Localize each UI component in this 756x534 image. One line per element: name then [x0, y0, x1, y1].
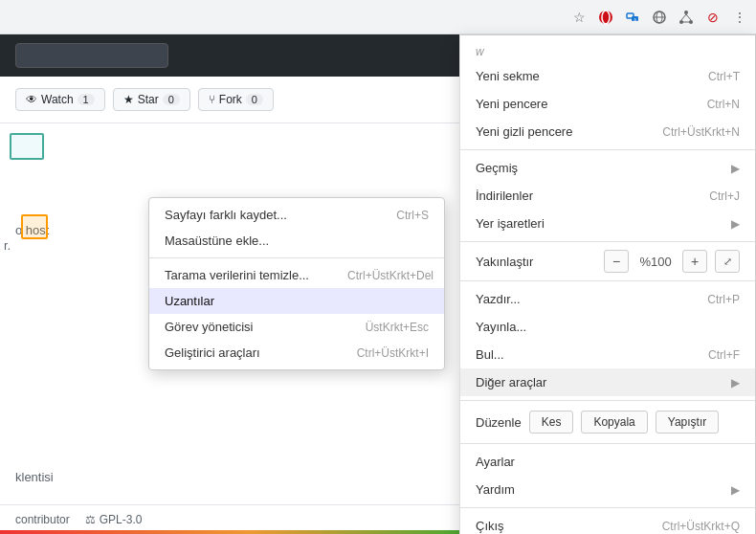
context-extensions-label: Uzantılar	[165, 294, 214, 308]
context-menu-item-extensions[interactable]: Uzantılar	[149, 288, 444, 314]
menu-item-help[interactable]: Yardım ▶	[460, 476, 755, 503]
bookmarks-arrow: ▶	[731, 217, 740, 231]
menu-item-find[interactable]: Bul... Ctrl+F	[460, 341, 755, 368]
help-label: Yardım	[476, 482, 515, 497]
balance-icon: ⚖	[85, 513, 96, 526]
context-menu-item-save[interactable]: Sayfayı farklı kaydet... Ctrl+S	[149, 202, 444, 228]
menu-item-cast[interactable]: Yayınla...	[460, 313, 755, 341]
main-menu-sep-3	[460, 280, 755, 281]
new-incognito-shortcut: Ctrl+ÜstKrkt+N	[662, 125, 740, 139]
zoom-out-button[interactable]: −	[604, 250, 629, 273]
eye-icon: 👁	[26, 93, 37, 106]
gpl-badge: ⚖ GPL-3.0	[85, 513, 143, 526]
main-menu: w Yeni sekme Ctrl+T Yeni pencere Ctrl+N …	[459, 34, 756, 534]
downloads-shortcut: Ctrl+J	[709, 189, 740, 203]
print-label: Yazdır...	[476, 292, 521, 306]
menu-item-bookmarks[interactable]: Yer işaretleri ▶	[460, 210, 755, 237]
help-arrow: ▶	[731, 483, 740, 497]
context-save-shortcut: Ctrl+S	[396, 209, 429, 222]
forbidden-icon[interactable]: ⊘	[704, 9, 722, 26]
main-menu-sep-6	[460, 507, 755, 508]
star-count: 0	[163, 94, 180, 105]
menu-item-exit[interactable]: Çıkış Ctrl+ÜstKrkt+Q	[460, 512, 755, 534]
cast-label: Yayınla...	[476, 320, 526, 334]
menu-item-new-incognito[interactable]: Yeni gizli pencere Ctrl+ÜstKrkt+N	[460, 118, 755, 145]
fork-button[interactable]: ⑂ Fork 0	[198, 88, 274, 111]
context-taskmanager-shortcut: ÜstKrkt+Esc	[366, 321, 429, 334]
new-tab-label: Yeni sekme	[476, 69, 540, 83]
svg-point-0	[599, 11, 612, 24]
context-save-label: Sayfayı farklı kaydet...	[165, 208, 287, 222]
cut-button[interactable]: Kes	[529, 411, 574, 434]
main-menu-sep-2	[460, 241, 755, 242]
menu-item-more-tools[interactable]: Diğer araçlar ▶	[460, 368, 755, 396]
star-icon: ★	[123, 93, 134, 106]
fork-count: 0	[246, 94, 263, 105]
menu-item-new-window[interactable]: Yeni pencere Ctrl+N	[460, 90, 755, 118]
main-menu-sep-4	[460, 400, 755, 401]
context-separator-1	[149, 257, 444, 258]
context-menu-item-clear[interactable]: Tarama verilerini temizle... Ctrl+ÜstKrk…	[149, 262, 444, 288]
downloads-label: İndirilenler	[476, 189, 533, 203]
context-taskmanager-label: Görev yöneticisi	[165, 320, 253, 334]
context-clear-shortcut: Ctrl+ÜstKrkt+Del	[347, 269, 434, 282]
zoom-in-button[interactable]: +	[682, 250, 707, 273]
edit-label: Düzenle	[476, 415, 522, 430]
exit-shortcut: Ctrl+ÜstKrkt+Q	[662, 520, 740, 533]
new-tab-shortcut: Ctrl+T	[708, 70, 740, 83]
new-window-shortcut: Ctrl+N	[707, 98, 740, 111]
main-menu-sep-1	[460, 149, 755, 150]
zoom-row: Yakınlaştır − %100 + ⤢	[460, 246, 755, 277]
main-menu-sep-5	[460, 443, 755, 444]
star-icon[interactable]: ☆	[570, 9, 588, 26]
find-shortcut: Ctrl+F	[708, 348, 740, 362]
placeholder-box-1	[10, 133, 44, 160]
print-shortcut: Ctrl+P	[707, 293, 740, 306]
globe-icon[interactable]	[651, 9, 668, 26]
context-menu-item-desktop[interactable]: Masaüstüne ekle...	[149, 228, 444, 254]
zoom-percent: %100	[636, 255, 675, 269]
fork-icon: ⑂	[209, 93, 215, 106]
star-label: Star	[138, 93, 159, 106]
more-menu-icon[interactable]: ⋮	[731, 9, 748, 26]
host-text2: r.	[0, 234, 14, 256]
history-arrow: ▶	[731, 162, 740, 175]
find-label: Bul...	[476, 347, 504, 362]
copy-button[interactable]: Kopyala	[581, 411, 647, 434]
fork-label: Fork	[219, 93, 242, 106]
watch-button[interactable]: 👁 Watch 1	[15, 88, 105, 111]
browser-toolbar: ☆ A	[0, 0, 756, 34]
star-button[interactable]: ★ Star 0	[113, 88, 190, 111]
menu-item-print[interactable]: Yazdır... Ctrl+P	[460, 285, 755, 313]
menu-item-new-tab[interactable]: Yeni sekme Ctrl+T	[460, 62, 755, 90]
translate-icon[interactable]: A	[624, 9, 641, 26]
network-icon[interactable]	[678, 9, 695, 26]
watch-count: 1	[78, 94, 95, 105]
browser-icon-group: ☆ A	[570, 9, 748, 26]
context-desktop-label: Masaüstüne ekle...	[165, 234, 269, 248]
new-window-label: Yeni pencere	[476, 97, 547, 111]
contributor-label: contributor	[15, 513, 70, 526]
menu-item-downloads[interactable]: İndirilenler Ctrl+J	[460, 182, 755, 210]
context-clear-label: Tarama verilerini temizle...	[165, 268, 309, 282]
zoom-expand-button[interactable]: ⤢	[715, 250, 740, 273]
svg-line-12	[686, 14, 691, 20]
menu-item-history[interactable]: Geçmiş ▶	[460, 154, 755, 182]
opera-icon[interactable]	[597, 9, 614, 26]
context-menu-item-taskmanager[interactable]: Görev yöneticisi ÜstKrkt+Esc	[149, 314, 444, 340]
context-devtools-label: Geliştirici araçları	[165, 345, 260, 360]
bookmarks-label: Yer işaretleri	[476, 216, 545, 231]
gpl-label: GPL-3.0	[100, 513, 143, 526]
context-menu-item-devtools[interactable]: Geliştirici araçları Ctrl+ÜstKrkt+I	[149, 340, 444, 366]
search-box[interactable]	[15, 43, 168, 68]
menu-item-settings[interactable]: Ayarlar	[460, 448, 755, 476]
zoom-label: Yakınlaştır	[476, 255, 596, 269]
svg-point-8	[684, 11, 688, 14]
watch-label: Watch	[41, 93, 74, 106]
edit-row: Düzenle Kes Kopyala Yapıştır	[460, 405, 755, 439]
svg-line-11	[681, 14, 686, 20]
more-tools-label: Diğer araçlar	[476, 375, 546, 389]
paste-button[interactable]: Yapıştır	[656, 411, 719, 434]
settings-label: Ayarlar	[476, 455, 515, 469]
context-devtools-shortcut: Ctrl+ÜstKrkt+I	[357, 346, 429, 360]
